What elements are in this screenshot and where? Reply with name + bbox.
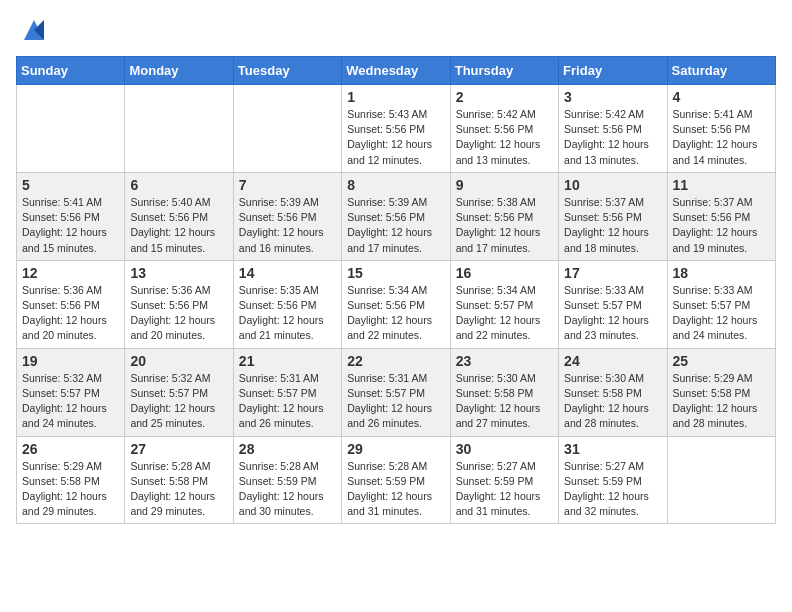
day-info: Sunrise: 5:28 AM Sunset: 5:59 PM Dayligh… [239, 459, 336, 520]
calendar-day-cell: 28Sunrise: 5:28 AM Sunset: 5:59 PM Dayli… [233, 436, 341, 524]
day-number: 24 [564, 353, 661, 369]
day-info: Sunrise: 5:29 AM Sunset: 5:58 PM Dayligh… [22, 459, 119, 520]
day-number: 31 [564, 441, 661, 457]
calendar-day-cell: 27Sunrise: 5:28 AM Sunset: 5:58 PM Dayli… [125, 436, 233, 524]
day-info: Sunrise: 5:41 AM Sunset: 5:56 PM Dayligh… [22, 195, 119, 256]
calendar-day-cell: 16Sunrise: 5:34 AM Sunset: 5:57 PM Dayli… [450, 260, 558, 348]
day-info: Sunrise: 5:36 AM Sunset: 5:56 PM Dayligh… [130, 283, 227, 344]
calendar-week-row: 12Sunrise: 5:36 AM Sunset: 5:56 PM Dayli… [17, 260, 776, 348]
day-info: Sunrise: 5:31 AM Sunset: 5:57 PM Dayligh… [239, 371, 336, 432]
calendar-week-row: 19Sunrise: 5:32 AM Sunset: 5:57 PM Dayli… [17, 348, 776, 436]
calendar-day-cell: 1Sunrise: 5:43 AM Sunset: 5:56 PM Daylig… [342, 85, 450, 173]
day-number: 2 [456, 89, 553, 105]
day-info: Sunrise: 5:34 AM Sunset: 5:56 PM Dayligh… [347, 283, 444, 344]
calendar-day-cell: 11Sunrise: 5:37 AM Sunset: 5:56 PM Dayli… [667, 172, 775, 260]
calendar-day-cell: 25Sunrise: 5:29 AM Sunset: 5:58 PM Dayli… [667, 348, 775, 436]
weekday-header-thursday: Thursday [450, 57, 558, 85]
calendar-day-cell: 31Sunrise: 5:27 AM Sunset: 5:59 PM Dayli… [559, 436, 667, 524]
day-number: 15 [347, 265, 444, 281]
day-info: Sunrise: 5:33 AM Sunset: 5:57 PM Dayligh… [673, 283, 770, 344]
calendar-day-cell: 15Sunrise: 5:34 AM Sunset: 5:56 PM Dayli… [342, 260, 450, 348]
day-number: 30 [456, 441, 553, 457]
day-info: Sunrise: 5:31 AM Sunset: 5:57 PM Dayligh… [347, 371, 444, 432]
calendar-week-row: 5Sunrise: 5:41 AM Sunset: 5:56 PM Daylig… [17, 172, 776, 260]
day-number: 20 [130, 353, 227, 369]
calendar-header-row: SundayMondayTuesdayWednesdayThursdayFrid… [17, 57, 776, 85]
calendar-body: 1Sunrise: 5:43 AM Sunset: 5:56 PM Daylig… [17, 85, 776, 524]
day-number: 19 [22, 353, 119, 369]
calendar-day-cell: 22Sunrise: 5:31 AM Sunset: 5:57 PM Dayli… [342, 348, 450, 436]
page-header [16, 16, 776, 44]
calendar-empty-cell [125, 85, 233, 173]
weekday-header-tuesday: Tuesday [233, 57, 341, 85]
calendar-empty-cell [233, 85, 341, 173]
calendar-day-cell: 24Sunrise: 5:30 AM Sunset: 5:58 PM Dayli… [559, 348, 667, 436]
logo [16, 16, 48, 44]
calendar-week-row: 26Sunrise: 5:29 AM Sunset: 5:58 PM Dayli… [17, 436, 776, 524]
calendar-empty-cell [667, 436, 775, 524]
calendar-day-cell: 30Sunrise: 5:27 AM Sunset: 5:59 PM Dayli… [450, 436, 558, 524]
day-number: 13 [130, 265, 227, 281]
day-number: 1 [347, 89, 444, 105]
day-number: 11 [673, 177, 770, 193]
day-number: 25 [673, 353, 770, 369]
calendar-day-cell: 20Sunrise: 5:32 AM Sunset: 5:57 PM Dayli… [125, 348, 233, 436]
day-number: 14 [239, 265, 336, 281]
calendar-day-cell: 3Sunrise: 5:42 AM Sunset: 5:56 PM Daylig… [559, 85, 667, 173]
day-number: 28 [239, 441, 336, 457]
weekday-header-friday: Friday [559, 57, 667, 85]
day-number: 29 [347, 441, 444, 457]
day-number: 9 [456, 177, 553, 193]
calendar-day-cell: 6Sunrise: 5:40 AM Sunset: 5:56 PM Daylig… [125, 172, 233, 260]
day-number: 26 [22, 441, 119, 457]
calendar-day-cell: 4Sunrise: 5:41 AM Sunset: 5:56 PM Daylig… [667, 85, 775, 173]
day-info: Sunrise: 5:39 AM Sunset: 5:56 PM Dayligh… [239, 195, 336, 256]
calendar-day-cell: 14Sunrise: 5:35 AM Sunset: 5:56 PM Dayli… [233, 260, 341, 348]
day-info: Sunrise: 5:37 AM Sunset: 5:56 PM Dayligh… [673, 195, 770, 256]
day-number: 5 [22, 177, 119, 193]
weekday-header-monday: Monday [125, 57, 233, 85]
calendar-table: SundayMondayTuesdayWednesdayThursdayFrid… [16, 56, 776, 524]
day-number: 21 [239, 353, 336, 369]
day-info: Sunrise: 5:32 AM Sunset: 5:57 PM Dayligh… [22, 371, 119, 432]
calendar-day-cell: 5Sunrise: 5:41 AM Sunset: 5:56 PM Daylig… [17, 172, 125, 260]
calendar-day-cell: 21Sunrise: 5:31 AM Sunset: 5:57 PM Dayli… [233, 348, 341, 436]
weekday-header-sunday: Sunday [17, 57, 125, 85]
calendar-day-cell: 9Sunrise: 5:38 AM Sunset: 5:56 PM Daylig… [450, 172, 558, 260]
day-info: Sunrise: 5:29 AM Sunset: 5:58 PM Dayligh… [673, 371, 770, 432]
day-info: Sunrise: 5:42 AM Sunset: 5:56 PM Dayligh… [456, 107, 553, 168]
weekday-header-saturday: Saturday [667, 57, 775, 85]
day-info: Sunrise: 5:30 AM Sunset: 5:58 PM Dayligh… [456, 371, 553, 432]
calendar-day-cell: 17Sunrise: 5:33 AM Sunset: 5:57 PM Dayli… [559, 260, 667, 348]
calendar-day-cell: 7Sunrise: 5:39 AM Sunset: 5:56 PM Daylig… [233, 172, 341, 260]
day-info: Sunrise: 5:43 AM Sunset: 5:56 PM Dayligh… [347, 107, 444, 168]
calendar-day-cell: 29Sunrise: 5:28 AM Sunset: 5:59 PM Dayli… [342, 436, 450, 524]
day-number: 18 [673, 265, 770, 281]
day-number: 12 [22, 265, 119, 281]
day-info: Sunrise: 5:33 AM Sunset: 5:57 PM Dayligh… [564, 283, 661, 344]
day-info: Sunrise: 5:41 AM Sunset: 5:56 PM Dayligh… [673, 107, 770, 168]
day-number: 23 [456, 353, 553, 369]
day-number: 8 [347, 177, 444, 193]
calendar-day-cell: 19Sunrise: 5:32 AM Sunset: 5:57 PM Dayli… [17, 348, 125, 436]
calendar-day-cell: 13Sunrise: 5:36 AM Sunset: 5:56 PM Dayli… [125, 260, 233, 348]
calendar-day-cell: 26Sunrise: 5:29 AM Sunset: 5:58 PM Dayli… [17, 436, 125, 524]
calendar-day-cell: 12Sunrise: 5:36 AM Sunset: 5:56 PM Dayli… [17, 260, 125, 348]
calendar-day-cell: 8Sunrise: 5:39 AM Sunset: 5:56 PM Daylig… [342, 172, 450, 260]
day-number: 6 [130, 177, 227, 193]
day-info: Sunrise: 5:36 AM Sunset: 5:56 PM Dayligh… [22, 283, 119, 344]
day-info: Sunrise: 5:35 AM Sunset: 5:56 PM Dayligh… [239, 283, 336, 344]
day-number: 22 [347, 353, 444, 369]
calendar-day-cell: 18Sunrise: 5:33 AM Sunset: 5:57 PM Dayli… [667, 260, 775, 348]
day-number: 4 [673, 89, 770, 105]
calendar-empty-cell [17, 85, 125, 173]
day-number: 10 [564, 177, 661, 193]
logo-icon [20, 16, 48, 44]
day-info: Sunrise: 5:32 AM Sunset: 5:57 PM Dayligh… [130, 371, 227, 432]
calendar-day-cell: 2Sunrise: 5:42 AM Sunset: 5:56 PM Daylig… [450, 85, 558, 173]
day-info: Sunrise: 5:37 AM Sunset: 5:56 PM Dayligh… [564, 195, 661, 256]
weekday-header-wednesday: Wednesday [342, 57, 450, 85]
day-info: Sunrise: 5:42 AM Sunset: 5:56 PM Dayligh… [564, 107, 661, 168]
calendar-day-cell: 23Sunrise: 5:30 AM Sunset: 5:58 PM Dayli… [450, 348, 558, 436]
day-info: Sunrise: 5:34 AM Sunset: 5:57 PM Dayligh… [456, 283, 553, 344]
